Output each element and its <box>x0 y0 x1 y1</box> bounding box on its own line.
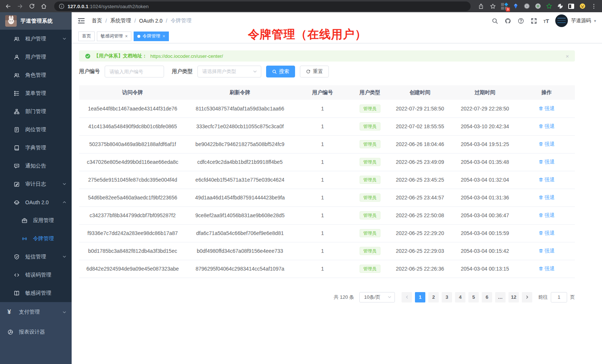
breadcrumb-item[interactable]: 系统管理 <box>110 17 131 24</box>
forward-icon[interactable] <box>16 2 24 11</box>
expire-time-cell: 2054-03-04 01:32:04 <box>451 171 518 189</box>
sidebar-item-应用管理[interactable]: 应用管理 <box>0 211 72 229</box>
page-button-6[interactable]: 6 <box>482 292 492 302</box>
sidebar-item-菜单管理[interactable]: 菜单管理 <box>0 84 72 102</box>
page-button-2[interactable]: 2 <box>428 292 439 302</box>
tab-敏感词管理[interactable]: 敏感词管理× <box>97 32 131 41</box>
user-id-cell: 1 <box>294 206 351 224</box>
site-info-icon[interactable] <box>59 2 65 11</box>
created-time-cell: 2022-07-29 21:58:50 <box>389 100 452 118</box>
extension-puzzle-icon[interactable] <box>556 2 564 10</box>
extension-grid-icon[interactable]: 9 <box>500 2 508 10</box>
user-type-cell: 管理员 <box>351 189 388 206</box>
sidebar-item-报表设计器[interactable]: 报表设计器 <box>0 322 72 342</box>
alert-doc-link[interactable]: https://doc.iocoder.cn/user-center/ <box>150 53 223 59</box>
page-button-5[interactable]: 5 <box>468 292 479 302</box>
reload-icon[interactable] <box>27 2 36 11</box>
font-size-icon[interactable]: TT <box>543 18 549 24</box>
page-button-12[interactable]: 12 <box>508 292 519 302</box>
extension-diamond-icon[interactable] <box>511 2 520 10</box>
user-id-cell: 1 <box>294 118 351 135</box>
fullscreen-icon[interactable] <box>530 17 537 24</box>
refresh-token-cell: be90422b8c7946218275a508bf524fc9 <box>186 135 294 153</box>
search-icon[interactable] <box>491 17 498 24</box>
column-header: 刷新令牌 <box>186 85 294 100</box>
page-button-1[interactable]: 1 <box>415 292 425 302</box>
back-icon[interactable] <box>4 2 13 11</box>
sidebar-item-OAuth 2.0[interactable]: OAuth 2.0 <box>0 193 72 211</box>
search-button[interactable]: 搜索 <box>266 66 295 77</box>
user-menu[interactable]: 芋道源码 ▾ <box>555 14 596 27</box>
token-broadcast-icon <box>22 236 27 242</box>
extension-green-dot-icon[interactable] <box>534 2 542 10</box>
sidebar-item-部门管理[interactable]: 部门管理 <box>0 102 72 120</box>
active-dot <box>137 35 140 38</box>
url-host: 127.0.0.1 <box>68 4 88 9</box>
next-page-button[interactable] <box>522 292 532 302</box>
breadcrumb-item[interactable]: OAuth 2.0 <box>139 18 163 24</box>
refresh-token-cell: 333ecfc71e02480cb11055c875c3ca0f <box>186 118 294 135</box>
tab-令牌管理[interactable]: 令牌管理× <box>134 32 169 41</box>
refresh-token-cell: cdfc4ce9c2da4bb1bdf21b9918ff4be5 <box>186 153 294 171</box>
force-logout-button[interactable]: 强退 <box>539 176 554 183</box>
user-id-input[interactable] <box>105 66 164 77</box>
sidebar-item-支付管理[interactable]: ¥支付管理 <box>0 302 72 322</box>
page-size-select[interactable]: 10条/页 <box>359 292 395 302</box>
page-button-4[interactable]: 4 <box>455 292 465 302</box>
sidebar-item-岗位管理[interactable]: 岗位管理 <box>0 120 72 139</box>
table-row: 54d6be82ee5a460a9aedc1f9bf22365649d1aa46… <box>79 189 575 206</box>
prev-page-button[interactable] <box>402 292 412 302</box>
alert-text: 【用户体系】文档地址： <box>94 53 147 59</box>
extension-window-icon[interactable] <box>567 2 575 10</box>
bookmark-star-icon[interactable] <box>488 2 497 11</box>
sidebar-item-短信管理[interactable]: 短信管理 <box>0 248 72 266</box>
breadcrumb-item[interactable]: 首页 <box>92 17 102 24</box>
sidebar-item-敏感词管理[interactable]: 敏感词管理 <box>0 284 72 302</box>
sidebar-item-审计日志[interactable]: 审计日志 <box>0 175 72 193</box>
home-icon[interactable] <box>39 2 48 11</box>
user-type-cell: 管理员 <box>351 100 388 118</box>
expire-time-cell: 2054-03-04 01:31:36 <box>451 189 518 206</box>
extension-green-star-icon[interactable] <box>545 2 553 10</box>
sidebar-item-字典管理[interactable]: 字典管理 <box>0 139 72 157</box>
force-logout-button[interactable]: 强退 <box>539 159 554 165</box>
tab-close-icon[interactable]: × <box>125 34 128 39</box>
extension-gray-circle-icon[interactable] <box>523 2 531 10</box>
user-type-label: 用户类型 <box>172 68 193 75</box>
alert-close-icon[interactable]: × <box>566 53 569 59</box>
user-type-cell: 管理员 <box>351 242 388 260</box>
force-logout-button[interactable]: 强退 <box>539 194 554 201</box>
page-ellipsis[interactable]: … <box>495 292 506 302</box>
goto-page-input[interactable] <box>551 292 567 302</box>
force-logout-button[interactable]: 强退 <box>539 230 554 236</box>
user-type-select[interactable]: 请选择用户类型 <box>197 66 261 77</box>
force-logout-button[interactable]: 强退 <box>539 105 554 112</box>
browser-menu-icon[interactable] <box>589 2 598 11</box>
extension-emoji-icon[interactable] <box>578 2 586 10</box>
action-cell: 强退 <box>518 153 575 171</box>
sidebar-item-角色管理[interactable]: 角色管理 <box>0 66 72 84</box>
force-logout-button[interactable]: 强退 <box>539 248 554 254</box>
force-logout-button[interactable]: 强退 <box>539 141 554 148</box>
tab-close-icon[interactable]: × <box>163 34 165 39</box>
sidebar-item-用户管理[interactable]: 用户管理 <box>0 48 72 66</box>
breadcrumb: 首页/系统管理/OAuth 2.0/令牌管理 <box>92 17 192 24</box>
app-logo[interactable]: 芋道管理系统 <box>0 12 72 30</box>
extension-badge: 9 <box>506 7 510 11</box>
sidebar-item-租户管理[interactable]: 租户管理 <box>0 30 72 48</box>
reset-button[interactable]: 重置 <box>300 66 329 77</box>
force-logout-button[interactable]: 强退 <box>539 265 554 272</box>
help-icon[interactable] <box>517 17 524 24</box>
force-logout-button[interactable]: 强退 <box>539 123 554 130</box>
sidebar-item-label: 菜单管理 <box>25 90 46 97</box>
github-icon[interactable] <box>504 17 511 24</box>
sidebar-item-令牌管理[interactable]: 令牌管理 <box>0 229 72 248</box>
sidebar-item-通知公告[interactable]: 通知公告 <box>0 157 72 175</box>
tab-首页[interactable]: 首页 <box>78 32 95 41</box>
share-icon[interactable] <box>477 2 485 11</box>
force-logout-button[interactable]: 强退 <box>539 212 554 219</box>
sidebar-item-错误码管理[interactable]: 错误码管理 <box>0 266 72 284</box>
collapse-sidebar-icon[interactable] <box>78 17 85 24</box>
page-button-3[interactable]: 3 <box>442 292 452 302</box>
address-bar[interactable]: 127.0.0.1:1024/system/oauth2/token <box>54 1 471 11</box>
